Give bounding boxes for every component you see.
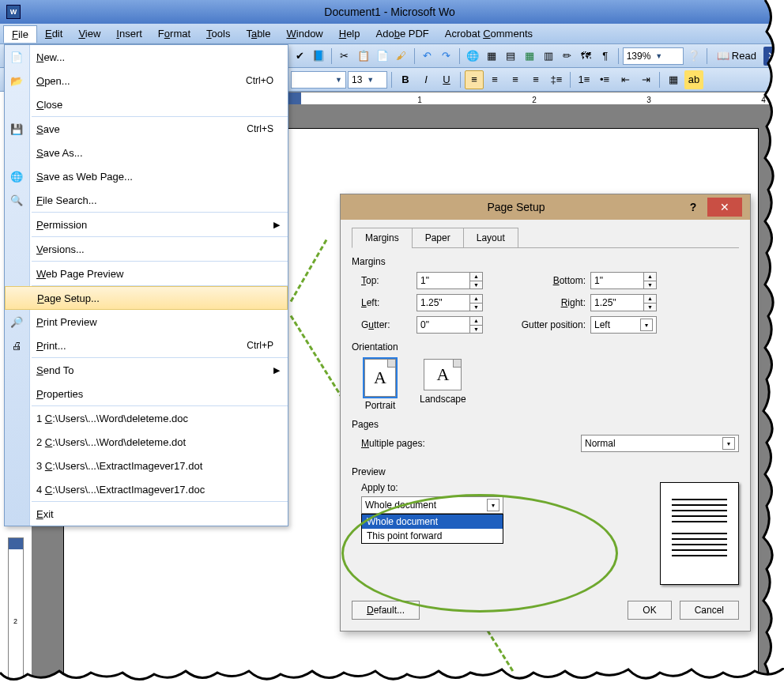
font-dropdown[interactable]: ▼ (291, 71, 346, 89)
menu-window[interactable]: Window (279, 25, 331, 42)
file-menu-item[interactable]: 🌐Save as Web Page... (5, 164, 288, 188)
bottom-input[interactable] (590, 272, 644, 289)
tables-borders-icon[interactable]: ▦ (483, 47, 500, 66)
research-icon[interactable]: 📘 (310, 47, 327, 66)
menu-tools[interactable]: Tools (198, 25, 238, 42)
indent-icon[interactable]: ⇥ (636, 70, 655, 89)
menu-table[interactable]: Table (238, 25, 278, 42)
copy-icon[interactable]: 📋 (355, 47, 372, 66)
cut-icon[interactable]: ✂ (336, 47, 353, 66)
bullets-icon[interactable]: •≡ (595, 70, 614, 89)
dialog-help-icon[interactable]: ? (684, 201, 703, 213)
file-menu-item[interactable]: Exit (5, 502, 288, 526)
apply-to-combo[interactable]: Whole document▾ (361, 496, 503, 514)
highlight-icon[interactable]: ab (684, 70, 703, 89)
tab-layout[interactable]: Layout (463, 228, 518, 248)
left-input[interactable] (416, 294, 470, 311)
file-menu-item[interactable]: 4 C:\Users\...\ExtractImagever17.doc (5, 477, 288, 501)
orientation-portrait[interactable]: A Portrait (364, 359, 396, 411)
hyperlink-icon[interactable]: 🌐 (464, 47, 481, 66)
file-menu-item[interactable]: Web Page Preview (5, 262, 288, 285)
menu-item-icon: 📄 (9, 50, 24, 64)
bottom-spinner[interactable]: ▲▼ (590, 272, 669, 289)
menu-help[interactable]: Help (331, 25, 368, 42)
multiple-pages-combo[interactable]: Normal▾ (581, 435, 739, 452)
gutter-pos-combo[interactable]: Left▾ (590, 316, 657, 334)
file-menu-item[interactable]: Page Setup... (5, 286, 288, 310)
file-menu-item[interactable]: 📂Open...Ctrl+O (5, 69, 288, 92)
default-button[interactable]: Default... (352, 601, 420, 620)
paste-icon[interactable]: 📄 (374, 47, 391, 66)
file-menu-item[interactable]: Permission▶ (5, 213, 288, 236)
show-codes-icon[interactable]: ¶ (597, 47, 614, 66)
file-menu-item[interactable]: Properties (5, 382, 288, 405)
menu-view[interactable]: View (70, 25, 108, 42)
read-mode-icon[interactable]: 📖 Read (711, 47, 762, 66)
format-painter-icon[interactable]: 🖌 (393, 47, 410, 66)
tab-margins[interactable]: Margins (352, 228, 413, 248)
menu-format[interactable]: Format (150, 25, 198, 42)
menu-edit[interactable]: Edit (37, 25, 70, 42)
justify-icon[interactable]: ≡ (526, 70, 545, 89)
numbering-icon[interactable]: 1≡ (575, 70, 594, 89)
outdent-icon[interactable]: ⇤ (616, 70, 635, 89)
menu-insert[interactable]: Insert (108, 25, 150, 42)
zoom-dropdown[interactable]: 139% ▼ (623, 47, 684, 65)
dialog-title-bar[interactable]: Page Setup ? ✕ (341, 194, 750, 220)
file-menu-item[interactable]: Send To▶ (5, 358, 288, 382)
excel-icon[interactable]: ▦ (521, 47, 538, 66)
undo-icon[interactable]: ↶ (419, 47, 436, 66)
menu-item-label: New... (36, 51, 65, 63)
ok-button[interactable]: OK (628, 601, 671, 620)
insert-table-icon[interactable]: ▤ (502, 47, 519, 66)
zoom-value: 139% (627, 51, 651, 62)
menu-item-label: Web Page Preview (36, 268, 123, 280)
doc-map-icon[interactable]: 🗺 (578, 47, 595, 66)
dialog-close-icon[interactable]: ✕ (707, 198, 742, 217)
align-center-icon[interactable]: ≡ (485, 70, 504, 89)
file-menu-item[interactable]: 🖨Print...Ctrl+P (5, 334, 288, 357)
gutter-spinner[interactable]: ▲▼ (416, 316, 496, 334)
file-menu-item[interactable]: 3 C:\Users\...\ExtractImagever17.dot (5, 454, 288, 477)
file-menu-item[interactable]: 🔍File Search... (5, 188, 288, 212)
help-icon[interactable]: ❔ (685, 47, 703, 66)
fontsize-dropdown[interactable]: 13 ▼ (348, 71, 387, 89)
columns-icon[interactable]: ▥ (540, 47, 557, 66)
drawing-icon[interactable]: ✏ (559, 47, 576, 66)
menu-adobe-pdf[interactable]: Adobe PDF (368, 25, 437, 42)
apply-opt-forward[interactable]: This point forward (362, 529, 503, 543)
top-spinner[interactable]: ▲▼ (416, 272, 496, 289)
apply-opt-whole[interactable]: Whole document (362, 515, 503, 529)
borders-icon[interactable]: ▦ (664, 70, 683, 89)
file-menu-item[interactable]: 📄New... (5, 45, 288, 69)
align-left-icon[interactable]: ≡ (465, 70, 484, 89)
tab-paper[interactable]: Paper (412, 228, 464, 248)
vertical-ruler[interactable]: 2 (8, 537, 24, 680)
redo-icon[interactable]: ↷ (438, 47, 455, 66)
underline-icon[interactable]: U (437, 70, 456, 89)
orientation-landscape[interactable]: A Landscape (420, 359, 466, 411)
align-right-icon[interactable]: ≡ (506, 70, 525, 89)
file-menu-item[interactable]: 🔎Print Preview (5, 310, 288, 334)
menu-file[interactable]: File (3, 25, 37, 43)
menu-acrobat-comments[interactable]: Acrobat Comments (437, 25, 541, 42)
right-spinner[interactable]: ▲▼ (590, 294, 669, 311)
top-input[interactable] (416, 272, 470, 289)
left-spinner[interactable]: ▲▼ (416, 294, 496, 311)
file-menu-item[interactable]: 2 C:\Users\...\Word\deleteme.dot (5, 430, 288, 454)
file-menu-item[interactable]: 1 C:\Users\...\Word\deleteme.doc (5, 406, 288, 430)
gutter-input[interactable] (416, 316, 470, 334)
close-toolbar-icon[interactable]: ✕ (763, 47, 781, 66)
submenu-arrow-icon: ▶ (273, 365, 288, 375)
file-menu-item[interactable]: Save As... (5, 141, 288, 164)
right-input[interactable] (590, 294, 644, 311)
line-spacing-icon[interactable]: ‡≡ (547, 70, 566, 89)
menu-item-icon: 💾 (9, 122, 24, 136)
spelling-icon[interactable]: ✔ (291, 47, 308, 66)
file-menu-item[interactable]: 💾SaveCtrl+S (5, 117, 288, 141)
file-menu-item[interactable]: Versions... (5, 237, 288, 261)
italic-icon[interactable]: I (416, 70, 435, 89)
file-menu-item[interactable]: Close (5, 92, 288, 116)
bold-icon[interactable]: B (396, 70, 415, 89)
cancel-button[interactable]: Cancel (680, 601, 739, 620)
